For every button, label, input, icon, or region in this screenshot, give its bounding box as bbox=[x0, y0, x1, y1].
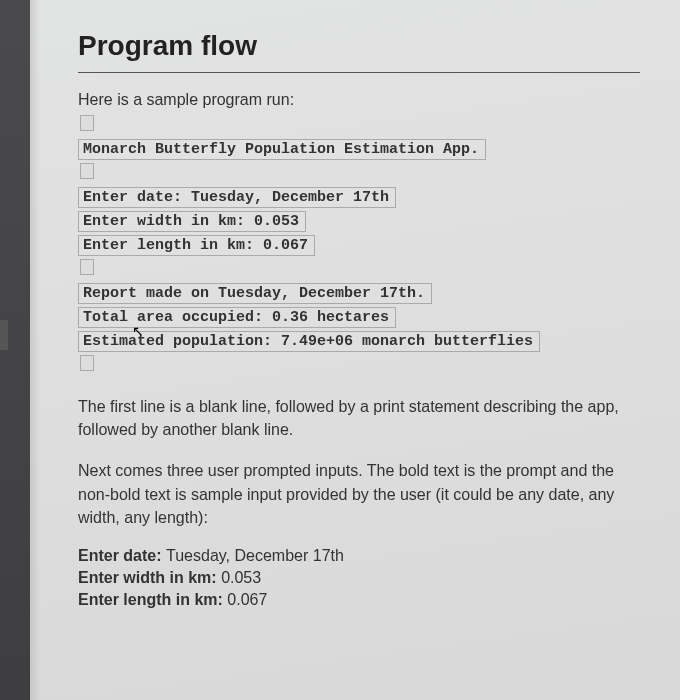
example-inputs-block: Enter date: Tuesday, December 17th Enter… bbox=[78, 547, 640, 609]
intro-paragraph: Here is a sample program run: bbox=[78, 91, 640, 109]
example-prompt: Enter length in km: bbox=[78, 591, 227, 608]
blank-line-marker bbox=[80, 259, 94, 275]
run-output-line: Estimated population: 7.49e+06 monarch b… bbox=[78, 331, 540, 352]
body-paragraph-2: Next comes three user prompted inputs. T… bbox=[78, 459, 640, 529]
run-input-line: Enter date: Tuesday, December 17th bbox=[78, 187, 396, 208]
example-line: Enter width in km: 0.053 bbox=[78, 569, 640, 587]
blank-line-marker bbox=[80, 163, 94, 179]
document-page: Program flow Here is a sample program ru… bbox=[30, 0, 680, 700]
blank-line-marker bbox=[80, 355, 94, 371]
section-heading: Program flow bbox=[78, 30, 640, 73]
example-value: 0.053 bbox=[221, 569, 261, 586]
body-paragraph-1: The first line is a blank line, followed… bbox=[78, 395, 640, 441]
run-output-line: Report made on Tuesday, December 17th. bbox=[78, 283, 432, 304]
example-prompt: Enter date: bbox=[78, 547, 166, 564]
example-line: Enter date: Tuesday, December 17th bbox=[78, 547, 640, 565]
page-gutter bbox=[0, 0, 30, 700]
run-input-line: Enter width in km: 0.053 bbox=[78, 211, 306, 232]
run-input-line: Enter length in km: 0.067 bbox=[78, 235, 315, 256]
example-prompt: Enter width in km: bbox=[78, 569, 221, 586]
example-value: 0.067 bbox=[227, 591, 267, 608]
example-value: Tuesday, December 17th bbox=[166, 547, 344, 564]
page-gutter-tab bbox=[0, 320, 8, 350]
run-output-line: Total area occupied: 0.36 hectares bbox=[78, 307, 396, 328]
run-title-line: Monarch Butterfly Population Estimation … bbox=[78, 139, 486, 160]
example-line: Enter length in km: 0.067 bbox=[78, 591, 640, 609]
sample-run-block: Monarch Butterfly Population Estimation … bbox=[78, 115, 640, 377]
blank-line-marker bbox=[80, 115, 94, 131]
